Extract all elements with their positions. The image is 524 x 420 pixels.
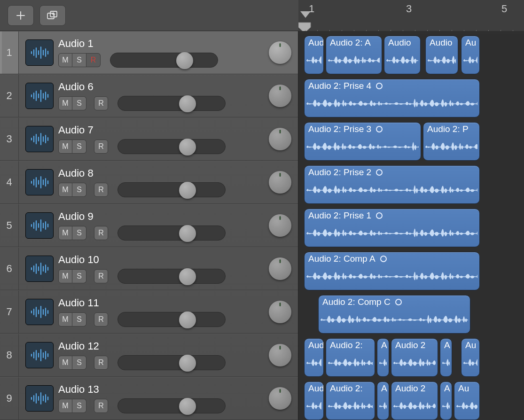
track-header[interactable]: 3Audio 7MSR — [0, 117, 298, 161]
record-button[interactable]: R — [94, 356, 108, 370]
solo-button[interactable]: S — [72, 96, 86, 110]
region-lane[interactable]: Audio 2: Prise 1 — [298, 207, 524, 250]
fader-knob[interactable] — [179, 95, 196, 112]
region-lane[interactable]: AudAudio 2:AAudio 2AAu — [298, 380, 524, 420]
fader-knob[interactable] — [179, 311, 196, 328]
fader-knob[interactable] — [179, 355, 196, 372]
track-header[interactable]: 4Audio 8MSR — [0, 161, 298, 204]
audio-region[interactable]: Audio 2: — [326, 381, 375, 420]
fader-knob[interactable] — [179, 398, 196, 415]
track-number[interactable]: 3 — [0, 118, 19, 160]
mute-button[interactable]: M — [58, 399, 72, 413]
region-lane[interactable]: Audio 2: Prise 4 — [298, 77, 524, 120]
solo-button[interactable]: S — [72, 269, 86, 283]
audio-region[interactable]: Audio — [384, 36, 421, 74]
mute-button[interactable]: M — [58, 96, 72, 110]
record-button[interactable]: R — [94, 312, 108, 327]
fader-knob[interactable] — [176, 52, 193, 69]
audio-region[interactable]: A — [440, 338, 452, 377]
track-number[interactable]: 9 — [0, 377, 19, 420]
audio-region[interactable]: Audio 2: Comp A — [304, 252, 480, 290]
track-header[interactable]: 6Audio 10MSR — [0, 247, 298, 290]
mute-button[interactable]: M — [58, 269, 72, 283]
pan-knob[interactable] — [269, 344, 291, 366]
volume-fader[interactable] — [110, 53, 218, 68]
region-lane[interactable]: Audio 2: Prise 2 — [298, 163, 524, 207]
solo-button[interactable]: S — [72, 53, 86, 67]
audio-region[interactable]: Audio 2: Comp C — [318, 295, 470, 334]
volume-fader[interactable] — [117, 312, 226, 327]
track-header[interactable]: 1Audio 1MSR — [0, 31, 298, 74]
mute-button[interactable]: M — [58, 356, 72, 370]
fader-knob[interactable] — [179, 182, 196, 199]
record-button[interactable]: R — [94, 399, 108, 413]
volume-fader[interactable] — [117, 182, 226, 197]
fader-knob[interactable] — [179, 268, 196, 285]
region-lane[interactable]: Audio 2: Prise 3Audio 2: P — [298, 120, 524, 163]
track-name[interactable]: Audio 10 — [58, 254, 262, 266]
track-number[interactable]: 2 — [0, 75, 19, 117]
solo-button[interactable]: S — [72, 140, 86, 154]
pan-knob[interactable] — [269, 301, 291, 323]
track-number[interactable]: 8 — [0, 334, 19, 376]
track-name[interactable]: Audio 8 — [58, 167, 262, 179]
audio-region[interactable]: Audio 2: Prise 4 — [304, 79, 480, 117]
track-number[interactable]: 7 — [0, 291, 19, 333]
region-lane[interactable]: AudAudio 2: AAudioAudioAu — [298, 34, 524, 77]
track-name[interactable]: Audio 11 — [58, 297, 262, 309]
audio-region[interactable]: Aud — [304, 36, 324, 74]
region-lane[interactable]: Audio 2: Comp C — [298, 293, 524, 336]
track-header[interactable]: 7Audio 11MSR — [0, 290, 298, 334]
track-number[interactable]: 1 — [0, 31, 19, 74]
audio-region[interactable]: Au — [461, 338, 480, 377]
pan-knob[interactable] — [269, 387, 291, 410]
mute-button[interactable]: M — [58, 226, 72, 240]
audio-region[interactable]: Audio 2 — [391, 381, 438, 420]
record-button[interactable]: R — [86, 53, 101, 67]
pan-knob[interactable] — [269, 257, 291, 280]
audio-region[interactable]: A — [440, 381, 452, 420]
fader-knob[interactable] — [179, 139, 196, 156]
mute-button[interactable]: M — [58, 53, 72, 67]
mute-button[interactable]: M — [58, 312, 72, 327]
record-button[interactable]: R — [94, 96, 108, 110]
track-name[interactable]: Audio 9 — [58, 210, 262, 223]
track-name[interactable]: Audio 13 — [58, 383, 262, 396]
audio-region[interactable]: Audio 2: — [326, 338, 375, 377]
track-number[interactable]: 6 — [0, 248, 19, 290]
volume-fader[interactable] — [117, 96, 226, 111]
region-lane[interactable]: AudAudio 2:AAudio 2AAu — [298, 336, 524, 380]
audio-region[interactable]: A — [377, 338, 389, 377]
audio-region[interactable]: Audio 2: Prise 3 — [304, 122, 421, 161]
mute-button[interactable]: M — [58, 183, 72, 197]
pan-knob[interactable] — [269, 171, 291, 194]
audio-region[interactable]: Aud — [304, 338, 324, 377]
pan-knob[interactable] — [269, 41, 291, 64]
solo-button[interactable]: S — [72, 226, 86, 240]
pan-knob[interactable] — [269, 85, 291, 107]
add-track-button[interactable] — [8, 5, 34, 26]
record-button[interactable]: R — [94, 226, 108, 240]
audio-region[interactable]: Audio — [425, 36, 458, 74]
track-header[interactable]: 8Audio 12MSR — [0, 334, 298, 377]
mute-button[interactable]: M — [58, 140, 72, 154]
fader-knob[interactable] — [179, 225, 196, 242]
solo-button[interactable]: S — [72, 399, 86, 413]
solo-button[interactable]: S — [72, 312, 86, 327]
audio-region[interactable]: Audio 2: Prise 2 — [304, 165, 480, 204]
audio-region[interactable]: Au — [454, 381, 480, 420]
audio-region[interactable]: Audio 2: P — [423, 122, 480, 161]
region-lane[interactable]: Audio 2: Comp A — [298, 250, 524, 293]
audio-region[interactable]: Au — [461, 36, 480, 74]
audio-region[interactable]: A — [377, 381, 389, 420]
track-name[interactable]: Audio 1 — [58, 38, 262, 50]
audio-region[interactable]: Audio 2: Prise 1 — [304, 209, 480, 247]
track-name[interactable]: Audio 6 — [58, 81, 262, 93]
track-name[interactable]: Audio 12 — [58, 340, 262, 352]
record-button[interactable]: R — [94, 140, 108, 154]
audio-region[interactable]: Audio 2: A — [326, 36, 382, 74]
pan-knob[interactable] — [269, 214, 291, 237]
solo-button[interactable]: S — [72, 356, 86, 370]
track-number[interactable]: 5 — [0, 204, 19, 247]
track-number[interactable]: 4 — [0, 161, 19, 203]
